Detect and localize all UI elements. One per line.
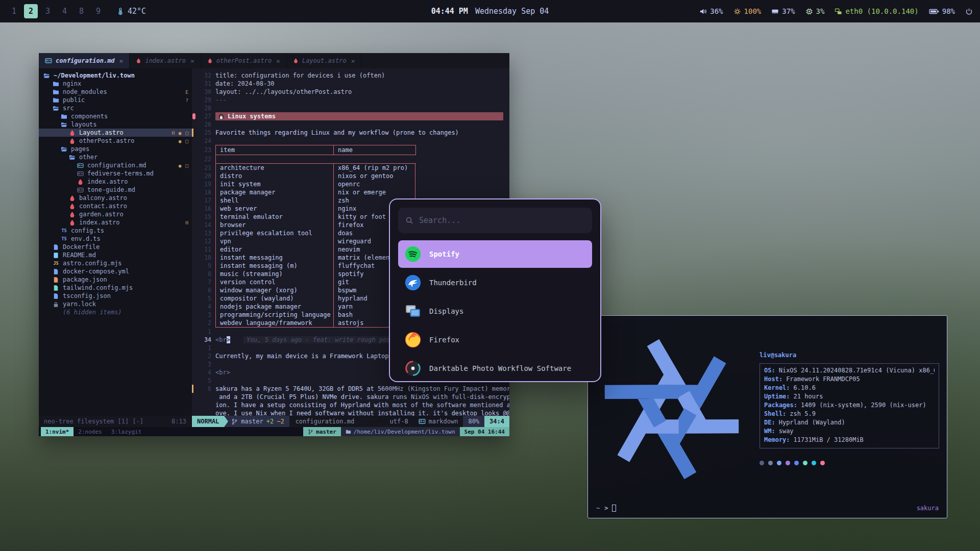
neotree-status-position: 8:13 [172, 418, 186, 425]
workspace-2-active[interactable]: 2 [24, 4, 38, 18]
close-icon[interactable]: × [119, 57, 124, 65]
file-type-icon [69, 130, 76, 136]
launcher-item-displays[interactable]: Displays [398, 297, 592, 325]
volume-module[interactable]: 36% [699, 7, 723, 15]
table-header-item: item [216, 145, 334, 155]
memory-module[interactable]: 37% [771, 7, 795, 15]
tree-item-label: garden.astro [79, 211, 124, 218]
tree-item[interactable]: package.json [39, 276, 192, 284]
tree-item[interactable]: TS config.ts [39, 227, 192, 235]
tree-item[interactable]: README.md [39, 251, 192, 259]
palette-dot [777, 461, 781, 465]
launcher-item-firefox[interactable]: Firefox [398, 326, 592, 354]
launcher-item-thunderbird[interactable]: Thunderbird [398, 269, 592, 296]
tree-item[interactable]: layouts [39, 120, 192, 129]
tree-item[interactable]: contact.astro [39, 202, 192, 210]
tree-item[interactable]: garden.astro [39, 210, 192, 218]
info-label: Uptime: [764, 393, 790, 402]
workspace-8[interactable]: 8 [75, 4, 88, 18]
tree-item[interactable]: JS astro.config.mjs [39, 259, 192, 267]
tab-index-astro[interactable]: index.astro × [130, 53, 201, 68]
tree-item[interactable]: configuration.md ● □ [39, 161, 192, 169]
tree-item[interactable]: src [39, 104, 192, 112]
tmux-window[interactable]: 1:nvim* [41, 427, 74, 436]
status-bar: 1 2 3 4 8 9 42°C 04:44 PM Wednesday Sep … [0, 0, 980, 22]
workspace-3[interactable]: 3 [41, 4, 55, 18]
tree-item[interactable]: Layout.astro H ● □ [39, 129, 192, 137]
tree-item[interactable]: node_modules E [39, 88, 192, 96]
close-icon[interactable]: × [190, 57, 194, 65]
git-change-sign [192, 385, 197, 393]
file-type-icon [77, 179, 84, 185]
tree-item[interactable]: components [39, 112, 192, 120]
network-module[interactable]: eth0 (10.0.0.140) [835, 7, 918, 15]
tree-item[interactable]: yarn.lock [39, 300, 192, 308]
tab-label: Layout.astro [302, 57, 347, 64]
launcher-item-label: Displays [429, 307, 463, 315]
vim-mode-indicator: NORMAL [192, 416, 224, 427]
tab-otherpost-astro[interactable]: otherPost.astro × [201, 53, 287, 68]
file-type-icon [53, 277, 59, 283]
close-icon[interactable]: × [351, 57, 355, 65]
table-header-name: name [334, 145, 415, 155]
tree-item[interactable]: index.astro [39, 178, 192, 186]
tmux-window[interactable]: 3:lazygit [107, 427, 146, 436]
battery-module[interactable]: 98% [929, 7, 955, 15]
tree-item[interactable]: balcony.astro [39, 194, 192, 202]
tree-item[interactable]: nginx [39, 80, 192, 88]
gear-icon [733, 8, 741, 15]
tree-item[interactable]: tsconfig.json [39, 292, 192, 300]
tmux-window[interactable]: 2:nodes [74, 427, 106, 436]
shell-prompt[interactable]: ~ > [596, 505, 616, 512]
info-label: Shell: [764, 410, 786, 419]
line-text: <br> [215, 369, 230, 376]
tree-item[interactable]: tone-guide.md [39, 186, 192, 194]
tree-item[interactable]: docker-compose.yml [39, 267, 192, 276]
tree-item-label: tsconfig.json [63, 292, 111, 299]
tree-item[interactable]: (6 hidden items) [39, 308, 192, 316]
battery-icon [929, 8, 939, 15]
tree-item-label: (6 hidden items) [63, 309, 122, 316]
launcher-results: Spotify Thunderbird Displays Firefox [398, 240, 592, 382]
memory-value: 37% [782, 7, 795, 15]
workspace-1[interactable]: 1 [7, 4, 21, 18]
tree-item[interactable]: fediverse-terms.md [39, 169, 192, 178]
table-cell-name: openrc [334, 180, 415, 188]
workspace-4[interactable]: 4 [58, 4, 71, 18]
tab-configuration-md[interactable]: configuration.md × [39, 53, 130, 68]
table-cell-item: version control [215, 278, 334, 286]
file-encoding: utf-8 [384, 416, 413, 427]
tree-item[interactable]: TS env.d.ts [39, 235, 192, 243]
close-icon[interactable]: × [276, 57, 280, 65]
workspace-9[interactable]: 9 [91, 4, 105, 18]
tree-item[interactable]: other [39, 153, 192, 161]
network-icon [835, 8, 842, 15]
battery-value: 98% [942, 7, 955, 15]
tab-layout-astro[interactable]: Layout.astro × [287, 53, 362, 68]
firefox-icon [404, 331, 422, 348]
git-branch-icon [308, 429, 313, 435]
tree-item[interactable]: pages [39, 145, 192, 153]
temperature-value: 42°C [128, 7, 146, 16]
search-input[interactable]: Search... [398, 208, 592, 233]
table-cell-item: distro [215, 172, 334, 180]
cpu-module[interactable]: 3% [805, 7, 825, 15]
git-added-count: +2 [266, 418, 274, 425]
power-button[interactable] [965, 8, 973, 15]
table-cell-item: privilege escalation tool [215, 229, 334, 237]
tree-item[interactable]: tailwind.config.mjs [39, 284, 192, 292]
launcher-item-darktable[interactable]: Darktable Photo Workflow Software [398, 355, 592, 382]
tree-item[interactable]: public ? [39, 96, 192, 104]
tree-item[interactable]: otherPost.astro ● □ [39, 137, 192, 145]
table-cell-item: window manager (xorg) [215, 286, 334, 294]
launcher-item-spotify[interactable]: Spotify [398, 240, 592, 268]
system-info-box: OS: NixOS 24.11.20240828.71e91c4 (Vicuna… [760, 363, 939, 448]
tree-item-label: components [71, 113, 108, 120]
tree-item[interactable]: index.astro H [39, 218, 192, 227]
backlight-module[interactable]: 100% [733, 7, 762, 15]
tree-item[interactable]: ~/Development/liv.town [39, 71, 192, 80]
file-type-icon [53, 293, 59, 299]
markdown-h1: Linux systems [215, 112, 503, 120]
tree-item[interactable]: Dockerfile [39, 243, 192, 251]
file-type-icon [69, 219, 76, 226]
